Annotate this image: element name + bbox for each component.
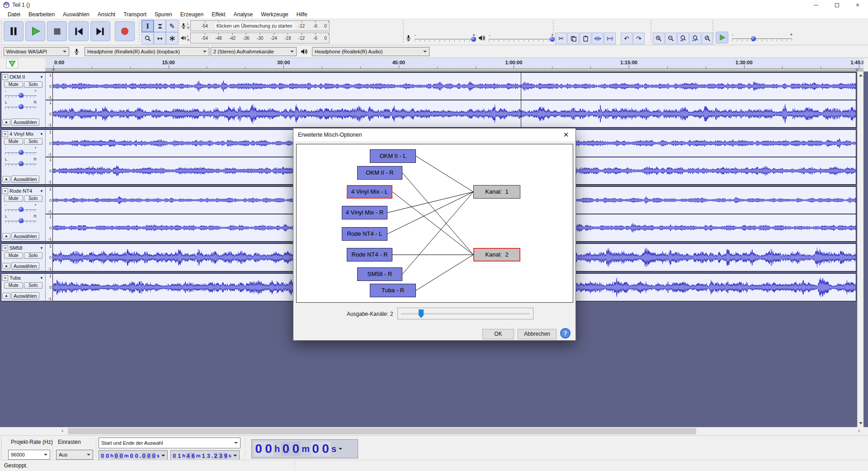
solo-button[interactable]: Solo xyxy=(24,195,43,202)
select-track-button[interactable]: Auswählen xyxy=(11,292,39,300)
toolbar-gripper[interactable] xyxy=(138,21,141,43)
horizontal-scrollbar[interactable]: ‹ › xyxy=(0,427,868,435)
track-menu-icon[interactable]: ▼ xyxy=(40,189,44,193)
minimize-button[interactable] xyxy=(806,0,826,10)
chevron-down-icon[interactable] xyxy=(339,448,342,450)
track-title[interactable]: OKM II xyxy=(9,74,40,80)
timeshift-tool-button[interactable]: ↔ xyxy=(154,32,166,44)
mute-button[interactable]: Mute xyxy=(4,282,23,289)
scroll-down-arrow[interactable] xyxy=(859,422,863,424)
draw-tool-button[interactable]: ✎ xyxy=(166,20,178,32)
waveform-lane[interactable] xyxy=(53,73,856,100)
silence-audio-button[interactable] xyxy=(604,33,616,44)
toolbar-gripper[interactable] xyxy=(0,438,3,458)
dialog-close-icon[interactable]: ✕ xyxy=(557,131,576,139)
menu-effekt[interactable]: Effekt xyxy=(208,10,229,19)
mix-source-rode-nt4-l[interactable]: Rode NT4 - L xyxy=(342,227,387,241)
paste-button[interactable] xyxy=(580,33,591,44)
zoom-in-button[interactable] xyxy=(653,33,665,44)
track-close-button[interactable]: × xyxy=(2,74,8,80)
playback-meter[interactable]: LR -54-48-42-36-30-24-18-12-60 xyxy=(180,32,330,44)
track-title[interactable]: 4 Vinyl Mix xyxy=(9,131,40,137)
pan-slider[interactable]: LR xyxy=(5,214,37,225)
gain-slider[interactable]: -+ xyxy=(5,203,37,214)
track-close-button[interactable]: × xyxy=(2,245,8,251)
solo-button[interactable]: Solo xyxy=(24,81,43,88)
menu-datei[interactable]: Datei xyxy=(4,10,24,19)
play-at-speed-button[interactable] xyxy=(716,32,728,43)
monitoring-hint[interactable]: Klicken um Überwachung zu starten xyxy=(215,23,294,29)
playback-speed-thumb[interactable] xyxy=(751,36,756,41)
collapse-track-button[interactable]: ▲ xyxy=(2,263,10,269)
mixing-graph-canvas[interactable]: OKM II - LOKM II - R4 Vinyl Mix - L4 Vin… xyxy=(296,144,573,303)
chevron-down-icon[interactable] xyxy=(161,455,165,457)
menu-hilfe[interactable]: Hilfe xyxy=(292,10,311,19)
track-title[interactable]: Rode NT4 xyxy=(9,188,40,194)
select-track-button[interactable]: Auswählen xyxy=(11,119,39,126)
dialog-title-bar[interactable]: Erweiterte Misch-Optionen ✕ xyxy=(293,128,576,141)
track-menu-icon[interactable]: ▼ xyxy=(40,75,44,79)
mix-source-4-vinyl-mix-r[interactable]: 4 Vinyl Mix - R xyxy=(342,206,387,219)
track-title[interactable]: Tuba xyxy=(9,275,40,281)
gain-slider[interactable]: -+ xyxy=(5,146,37,157)
mute-button[interactable]: Mute xyxy=(4,252,23,259)
timeline-ruler[interactable]: 0:0015:0030:0045:001:00:001:15:001:30:00… xyxy=(45,58,863,68)
envelope-tool-button[interactable] xyxy=(154,20,166,32)
record-button[interactable] xyxy=(115,21,135,41)
track-menu-icon[interactable]: ▼ xyxy=(40,132,44,136)
select-track-button[interactable]: Auswählen xyxy=(11,262,39,270)
play-button[interactable] xyxy=(25,21,45,41)
mix-source-okm-ii-r[interactable]: OKM II - R xyxy=(357,166,402,180)
scroll-up-arrow[interactable] xyxy=(859,74,863,76)
menu-auswählen[interactable]: Auswählen xyxy=(59,10,94,19)
mix-source-4-vinyl-mix-l[interactable]: 4 Vinyl Mix - L xyxy=(347,185,392,199)
cut-button[interactable]: ✂ xyxy=(555,33,567,44)
scrollbar-thumb[interactable] xyxy=(68,428,696,434)
mix-source-okm-ii-l[interactable]: OKM II - L xyxy=(370,149,416,163)
playback-speed-slider[interactable]: -+ xyxy=(731,32,793,43)
track-close-button[interactable]: × xyxy=(2,275,8,281)
mute-button[interactable]: Mute xyxy=(4,195,23,202)
menu-transport[interactable]: Transport xyxy=(119,10,151,19)
pause-button[interactable] xyxy=(4,21,24,41)
redo-button[interactable]: ↷ xyxy=(633,33,645,44)
scroll-right-arrow[interactable]: › xyxy=(855,427,863,435)
mute-button[interactable]: Mute xyxy=(4,81,23,88)
mix-source-rode-nt4-r[interactable]: Rode NT4 - R xyxy=(347,248,392,262)
snap-select[interactable]: Aus xyxy=(56,450,93,460)
output-channels-slider[interactable] xyxy=(397,308,533,319)
menu-ansicht[interactable]: Ansicht xyxy=(94,10,119,19)
selection-tool-button[interactable]: I xyxy=(142,20,154,32)
menu-werkzeuge[interactable]: Werkzeuge xyxy=(257,10,292,19)
track-menu-icon[interactable]: ▼ xyxy=(40,246,44,250)
track-close-button[interactable]: × xyxy=(2,131,8,137)
track-title[interactable]: SM58 xyxy=(9,245,40,251)
playback-device-select[interactable]: Headphone (Realtek(R) Audio) xyxy=(312,47,429,56)
pan-slider-thumb[interactable] xyxy=(19,104,24,109)
stop-button[interactable] xyxy=(47,21,67,41)
fit-project-button[interactable] xyxy=(689,33,701,44)
copy-button[interactable] xyxy=(567,33,579,44)
chevron-down-icon[interactable] xyxy=(233,455,237,457)
recording-volume-thumb[interactable] xyxy=(471,37,476,42)
help-button[interactable]: ? xyxy=(560,328,571,338)
fit-selection-button[interactable] xyxy=(677,33,689,44)
multi-tool-button[interactable] xyxy=(166,32,178,44)
ok-button[interactable]: OK xyxy=(482,329,514,339)
loop-region-strip[interactable] xyxy=(45,68,863,71)
maximize-button[interactable] xyxy=(826,0,847,10)
output-channels-slider-thumb[interactable] xyxy=(419,309,424,318)
audio-host-select[interactable]: Windows WASAPI xyxy=(4,47,69,56)
selection-mode-select[interactable]: Start und Ende der Auswahl xyxy=(99,438,241,448)
recording-device-select[interactable]: Headphone (Realtek(R) Audio) (loopback) xyxy=(85,47,209,56)
skip-to-start-button[interactable] xyxy=(69,21,89,41)
menu-bearbeiten[interactable]: Bearbeiten xyxy=(24,10,59,19)
toolbar-gripper[interactable] xyxy=(712,21,714,43)
mix-output-kanal-2[interactable]: Kanal: 2 xyxy=(473,248,520,262)
collapse-track-button[interactable]: ▲ xyxy=(2,293,10,299)
mix-source-tuba-r[interactable]: Tuba - R xyxy=(370,284,416,297)
cancel-button[interactable]: Abbrechen xyxy=(518,329,557,339)
toolbar-gripper[interactable] xyxy=(650,21,652,43)
gain-slider-thumb[interactable] xyxy=(19,93,24,98)
menu-spuren[interactable]: Spuren xyxy=(151,10,176,19)
